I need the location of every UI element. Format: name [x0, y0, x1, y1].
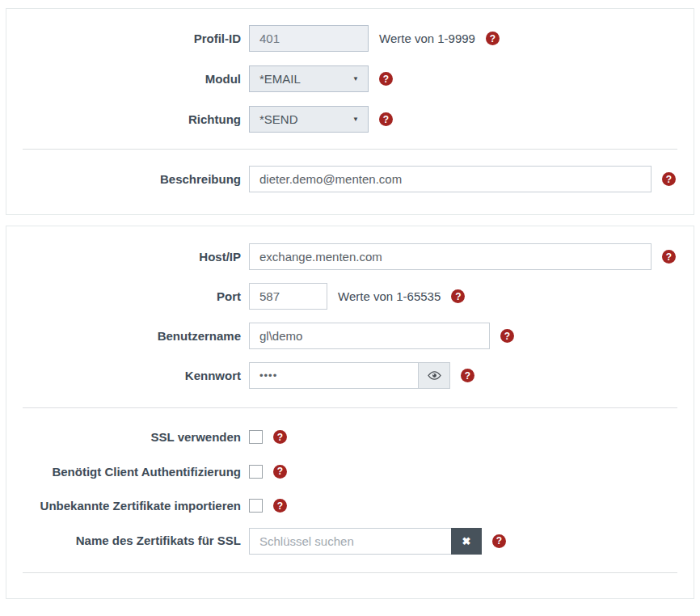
zertifikat-ssl-help-icon[interactable]: ? — [492, 534, 506, 548]
client-auth-checkbox[interactable] — [249, 465, 263, 479]
host-input[interactable] — [249, 243, 652, 270]
host-label: Host/IP — [23, 249, 241, 265]
profil-id-help-icon[interactable]: ? — [486, 32, 500, 45]
client-auth-help-icon[interactable]: ? — [273, 465, 287, 479]
modul-select[interactable]: *EMAIL ▼ — [249, 65, 369, 92]
benutzername-input[interactable] — [249, 323, 490, 349]
richtung-select[interactable]: *SEND ▼ — [249, 106, 369, 133]
kennwort-row: Kennwort ? — [23, 362, 677, 389]
richtung-help-icon[interactable]: ? — [379, 112, 393, 126]
profil-id-hint: Werte von 1-9999 — [379, 32, 475, 45]
beschreibung-label: Beschreibung — [23, 171, 241, 188]
kennwort-label: Kennwort — [23, 368, 241, 384]
chevron-down-icon: ▼ — [352, 76, 359, 82]
zertifikat-ssl-row: Name des Zertifikats für SSL ✖ ? — [23, 528, 677, 555]
port-label: Port — [23, 289, 241, 305]
connection-panel: Host/IP ? Port Werte von 1-65535 ? Benut… — [6, 226, 694, 599]
port-hint: Werte von 1-65535 — [338, 289, 441, 303]
kennwort-input[interactable] — [249, 362, 418, 389]
kennwort-help-icon[interactable]: ? — [461, 369, 474, 382]
richtung-row: Richtung *SEND ▼ ? — [23, 106, 677, 133]
client-auth-label: Benötigt Client Authentifizierung — [23, 464, 241, 480]
beschreibung-row: Beschreibung ? — [23, 166, 677, 192]
benutzername-help-icon[interactable]: ? — [500, 329, 514, 343]
richtung-select-value: *SEND — [259, 112, 298, 126]
zertifikat-ssl-label: Name des Zertifikats für SSL — [23, 533, 241, 549]
unbekannte-zertifikate-row: Unbekannte Zertifikate importieren ? — [23, 498, 677, 514]
profile-panel: Profil-ID Werte von 1-9999 ? Modul *EMAI… — [6, 8, 694, 215]
ssl-verwenden-label: SSL verwenden — [23, 429, 241, 445]
section-divider — [23, 407, 677, 408]
ssl-verwenden-help-icon[interactable]: ? — [273, 430, 287, 444]
benutzername-label: Benutzername — [23, 328, 241, 344]
modul-help-icon[interactable]: ? — [379, 72, 393, 86]
password-visibility-toggle[interactable] — [418, 362, 450, 389]
host-row: Host/IP ? — [23, 243, 677, 270]
ssl-verwenden-row: SSL verwenden ? — [23, 429, 677, 445]
profile-form-page: Profil-ID Werte von 1-9999 ? Modul *EMAI… — [0, 0, 700, 599]
port-input[interactable] — [249, 283, 327, 310]
chevron-down-icon: ▼ — [352, 116, 359, 123]
eye-icon — [428, 369, 441, 382]
client-auth-row: Benötigt Client Authentifizierung ? — [23, 464, 677, 480]
unbekannte-zertifikate-label: Unbekannte Zertifikate importieren — [23, 498, 241, 514]
profil-id-input[interactable] — [249, 25, 369, 52]
modul-row: Modul *EMAIL ▼ ? — [23, 65, 677, 92]
host-help-icon[interactable]: ? — [662, 250, 676, 264]
section-divider — [23, 149, 677, 150]
section-divider — [23, 572, 677, 573]
port-help-icon[interactable]: ? — [451, 289, 465, 303]
close-icon: ✖ — [462, 536, 471, 546]
beschreibung-input[interactable] — [249, 166, 652, 192]
ssl-verwenden-checkbox[interactable] — [249, 430, 263, 444]
richtung-label: Richtung — [23, 112, 241, 128]
zertifikat-search-group: ✖ — [249, 528, 482, 555]
modul-label: Modul — [23, 71, 241, 87]
clear-certificate-button[interactable]: ✖ — [451, 528, 482, 555]
benutzername-row: Benutzername ? — [23, 323, 677, 349]
unbekannte-zertifikate-help-icon[interactable]: ? — [273, 499, 287, 513]
port-row: Port Werte von 1-65535 ? — [23, 283, 677, 310]
kennwort-input-group — [249, 362, 450, 389]
beschreibung-help-icon[interactable]: ? — [662, 172, 676, 186]
profil-id-row: Profil-ID Werte von 1-9999 ? — [23, 25, 677, 52]
modul-select-value: *EMAIL — [259, 72, 301, 86]
profil-id-label: Profil-ID — [23, 31, 241, 47]
unbekannte-zertifikate-checkbox[interactable] — [249, 499, 263, 513]
zertifikat-search-input[interactable] — [249, 528, 451, 555]
